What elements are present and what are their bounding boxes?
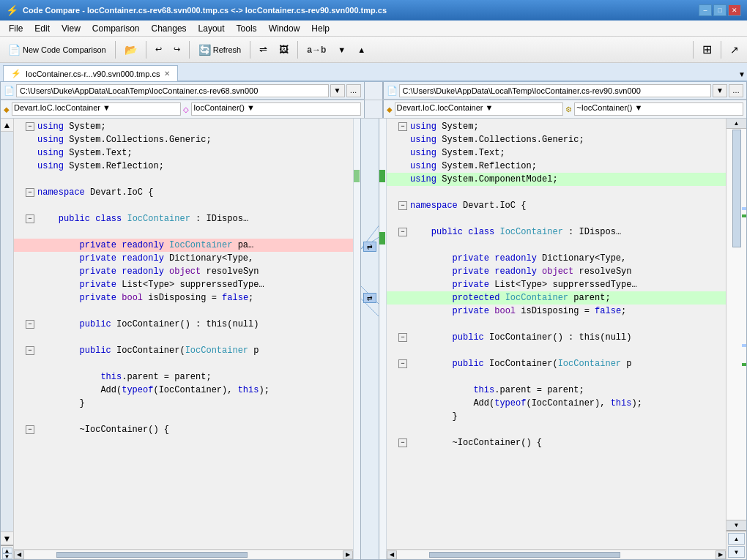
left-path-btn[interactable]: ▼ bbox=[330, 84, 345, 97]
code-line: − namespace Devart.IoC { bbox=[387, 199, 726, 212]
collapse-btn[interactable]: − bbox=[398, 228, 407, 236]
right-nav-up[interactable]: ▲ bbox=[728, 533, 745, 545]
code-line: private bool isDisposing = false; bbox=[387, 305, 726, 318]
right-code-content[interactable]: − using System; using System.Collections… bbox=[387, 119, 726, 549]
collapse-btn[interactable]: − bbox=[26, 346, 34, 355]
tab-dropdown-button[interactable]: ▼ bbox=[738, 70, 746, 78]
right-nav-btns: ▲ ▼ bbox=[726, 530, 746, 559]
right-hscroll-left[interactable]: ◀ bbox=[387, 550, 397, 559]
maximize-button[interactable]: □ bbox=[713, 4, 726, 16]
code-line bbox=[14, 305, 353, 318]
code-line: Add(typeof(IocContainer), this); bbox=[14, 384, 353, 397]
left-class-arrow: ▼ bbox=[103, 103, 111, 112]
code-line: using System.Text; bbox=[14, 146, 353, 160]
menu-layout[interactable]: Layout bbox=[193, 22, 231, 35]
collapse-btn[interactable]: − bbox=[398, 201, 407, 210]
new-comparison-icon: 📄 bbox=[8, 44, 21, 56]
right-hscroll-right[interactable]: ▶ bbox=[716, 550, 726, 559]
editor-section: 📄 ▼ … 📄 ▼ … ◆ Devart bbox=[0, 82, 747, 560]
right-path-btn[interactable]: ▼ bbox=[713, 84, 727, 97]
sync-button[interactable]: ⇌ bbox=[254, 40, 272, 60]
close-button[interactable]: ✕ bbox=[728, 4, 741, 16]
collapse-btn[interactable]: − bbox=[26, 214, 34, 223]
left-browse-btn[interactable]: … bbox=[346, 84, 361, 97]
right-edge-marker-green bbox=[354, 170, 360, 182]
collapse-btn[interactable]: − bbox=[398, 359, 407, 368]
undo-button[interactable]: ↩ bbox=[150, 40, 167, 60]
right-browse-btn[interactable]: … bbox=[729, 84, 743, 97]
code-line bbox=[14, 173, 353, 186]
collapse-btn[interactable]: − bbox=[26, 188, 34, 197]
refresh-button[interactable]: 🔄 Refresh bbox=[193, 40, 247, 60]
toolbar-sep-4 bbox=[250, 41, 250, 59]
left-method-select[interactable]: IocContainer() ▼ bbox=[191, 102, 360, 116]
left-nav-down[interactable]: ▼ bbox=[2, 553, 12, 559]
arrow-down-icon: ▼ bbox=[338, 45, 346, 54]
code-line: − public IocContainer(IocContainer p bbox=[14, 344, 353, 357]
right-vscroll-down[interactable]: ▼ bbox=[726, 520, 746, 530]
view-mode-button[interactable]: ⊞ bbox=[697, 40, 717, 60]
sync-icon-1[interactable]: ⇄ bbox=[363, 242, 376, 252]
right-class-arrow: ▼ bbox=[486, 103, 494, 112]
left-method-icon: ◇ bbox=[183, 105, 189, 113]
code-line: − using System; bbox=[387, 120, 726, 133]
menu-window[interactable]: Window bbox=[263, 22, 306, 35]
menu-tools[interactable]: Tools bbox=[231, 22, 263, 35]
arrow-up-button[interactable]: ▲ bbox=[352, 40, 371, 60]
right-class-select[interactable]: Devart.IoC.IocContainer ▼ bbox=[395, 102, 564, 116]
export-button[interactable]: ↗ bbox=[725, 40, 744, 60]
menu-help[interactable]: Help bbox=[305, 22, 335, 35]
right-path-icon: 📄 bbox=[387, 86, 398, 96]
right-hscroll-thumb[interactable] bbox=[429, 552, 620, 558]
menu-view[interactable]: View bbox=[56, 22, 86, 35]
collapse-btn[interactable]: − bbox=[26, 122, 34, 131]
toolbar: 📄 New Code Comparison 📂 ↩ ↪ 🔄 Refresh ⇌ … bbox=[0, 37, 747, 63]
options-button[interactable]: 🖼 bbox=[274, 40, 294, 60]
left-path-input[interactable] bbox=[16, 84, 329, 97]
collapse-btn[interactable]: − bbox=[398, 333, 407, 342]
new-comparison-button[interactable]: 📄 New Code Comparison bbox=[3, 40, 111, 60]
menu-edit[interactable]: Edit bbox=[29, 22, 56, 35]
right-vscroll[interactable]: ▲ ▼ bbox=[726, 119, 746, 530]
code-line bbox=[14, 331, 353, 344]
menu-changes[interactable]: Changes bbox=[146, 22, 193, 35]
tab-close-button[interactable]: ✕ bbox=[164, 70, 170, 78]
collapse-btn[interactable]: − bbox=[398, 122, 407, 131]
tab-label: IocContainer.cs-r...v90.svn000.tmp.cs bbox=[26, 70, 160, 78]
right-method-select[interactable]: ~IocContainer() ▼ bbox=[574, 102, 743, 116]
right-vscroll-up[interactable]: ▲ bbox=[726, 119, 746, 129]
collapse-btn[interactable]: − bbox=[26, 425, 34, 434]
left-class-select[interactable]: Devart.IoC.IocContainer ▼ bbox=[12, 102, 181, 116]
right-hscroll[interactable]: ◀ ▶ bbox=[387, 549, 726, 559]
left-hscroll-thumb[interactable] bbox=[56, 552, 248, 558]
collapse-btn[interactable]: − bbox=[26, 320, 34, 329]
tab-ioccontainer[interactable]: ⚡ IocContainer.cs-r...v90.svn000.tmp.cs … bbox=[3, 65, 178, 81]
open-button[interactable]: 📂 bbox=[119, 40, 142, 60]
menu-bar: File Edit View Comparison Changes Layout… bbox=[0, 20, 747, 37]
sync-icon-2[interactable]: ⇄ bbox=[363, 293, 376, 303]
arrow-up-icon: ▲ bbox=[357, 45, 365, 54]
menu-comparison[interactable]: Comparison bbox=[86, 22, 146, 35]
left-scroll-down[interactable]: ▼ bbox=[1, 531, 13, 545]
left-code-content[interactable]: − using System; using System.Collections… bbox=[14, 119, 353, 549]
right-nav-down[interactable]: ▼ bbox=[728, 546, 745, 558]
code-line: − ~IocContainer() { bbox=[387, 436, 726, 449]
replace-button[interactable]: a→b bbox=[302, 40, 331, 60]
code-line: private List<Type> supprerssedType… bbox=[14, 278, 353, 291]
code-line bbox=[14, 225, 353, 239]
minimize-button[interactable]: – bbox=[699, 4, 712, 16]
collapse-btn[interactable]: − bbox=[398, 438, 407, 447]
code-line: } bbox=[387, 410, 726, 423]
right-path-input[interactable] bbox=[399, 84, 712, 97]
right-vscroll-thumb[interactable] bbox=[732, 130, 741, 247]
code-line: using System.Collections.Generic; bbox=[387, 133, 726, 146]
redo-button[interactable]: ↪ bbox=[168, 40, 185, 60]
right-scroll-col: ▲ ▼ ▲ ▼ bbox=[726, 119, 746, 559]
sync-icon: ⇌ bbox=[259, 44, 267, 55]
left-hscroll-right[interactable]: ▶ bbox=[343, 550, 353, 559]
menu-file[interactable]: File bbox=[3, 22, 29, 35]
left-hscroll-left[interactable]: ◀ bbox=[14, 550, 24, 559]
arrow-down-button[interactable]: ▼ bbox=[332, 40, 351, 60]
left-scroll-up[interactable]: ▲ bbox=[1, 119, 13, 132]
left-hscroll[interactable]: ◀ ▶ bbox=[14, 549, 353, 559]
